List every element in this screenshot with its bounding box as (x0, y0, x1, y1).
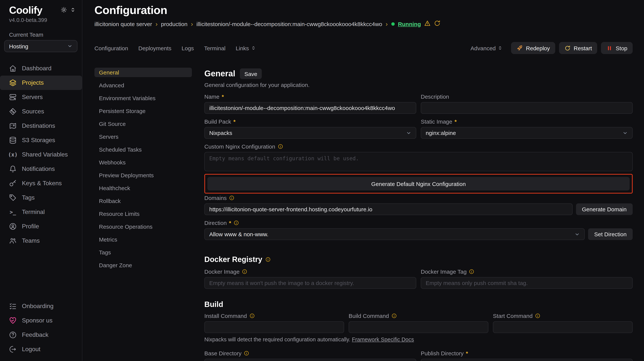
save-button[interactable]: Save (240, 68, 262, 79)
refresh-icon[interactable] (434, 20, 440, 28)
sidebar-item-notifications[interactable]: Notifications (0, 162, 82, 176)
subnav-git-source[interactable]: Git Source (94, 119, 192, 129)
build-pack-label: Build Pack (204, 118, 231, 125)
info-icon[interactable] (249, 313, 255, 319)
build-pack-select[interactable]: Nixpacks (204, 127, 416, 139)
static-image-select[interactable]: nginx:alpine (421, 127, 633, 139)
theme-toggle-sun-icon[interactable] (61, 7, 67, 14)
info-icon[interactable] (229, 195, 234, 201)
generate-domain-button[interactable]: Generate Domain (576, 203, 633, 215)
name-input[interactable] (204, 102, 416, 114)
tab-terminal[interactable]: Terminal (204, 45, 226, 51)
sidebar-item-terminal[interactable]: >_ Terminal (0, 205, 82, 219)
breadcrumb-separator-icon: › (156, 21, 158, 27)
status-running-link[interactable]: Running (398, 21, 421, 27)
sidebar-item-tags[interactable]: Tags (0, 191, 82, 205)
subnav-resource-limits[interactable]: Resource Limits (94, 209, 192, 218)
sidebar-item-dashboard[interactable]: Dashboard (0, 61, 82, 76)
restart-button[interactable]: Restart (559, 42, 597, 54)
warning-icon[interactable] (424, 20, 431, 28)
info-icon[interactable] (278, 144, 283, 149)
subnav-rollback[interactable]: Rollback (94, 196, 192, 206)
redeploy-button[interactable]: Redeploy (511, 42, 555, 54)
required-asterisk: * (222, 93, 224, 100)
heart-icon (9, 317, 16, 324)
subnav-scheduled-tasks[interactable]: Scheduled Tasks (94, 145, 192, 154)
tab-links[interactable]: Links (236, 45, 256, 51)
section-title-build: Build (204, 300, 633, 309)
subnav-tags[interactable]: Tags (94, 248, 192, 257)
sidebar-item-teams[interactable]: Teams (0, 234, 82, 248)
subnav-preview-deployments[interactable]: Preview Deployments (94, 170, 192, 180)
chevron-down-icon (67, 44, 72, 49)
build-command-label: Build Command (349, 313, 389, 319)
start-command-input[interactable] (493, 321, 633, 333)
tab-logs[interactable]: Logs (182, 45, 194, 51)
publish-directory-input[interactable] (421, 359, 633, 361)
bell-icon (9, 165, 16, 173)
set-direction-button[interactable]: Set Direction (588, 228, 633, 240)
generate-nginx-config-button[interactable]: Generate Default Nginx Configuration (207, 177, 630, 191)
sidebar-item-sponsor-us[interactable]: Sponsor us (0, 313, 82, 328)
subnav-resource-operations[interactable]: Resource Operations (94, 222, 192, 231)
subnav-metrics[interactable]: Metrics (94, 235, 192, 244)
sidebar-item-onboarding[interactable]: Onboarding (0, 299, 82, 313)
subnav-environment-variables[interactable]: Environment Variables (94, 93, 192, 103)
static-image-label: Static Image (421, 118, 452, 125)
team-select[interactable]: Hosting (4, 40, 78, 52)
docker-image-tag-label: Docker Image Tag (421, 268, 467, 275)
sidebar-item-servers[interactable]: Servers (0, 90, 82, 104)
direction-select[interactable]: Allow www & non-www. (204, 228, 585, 240)
info-icon[interactable] (469, 269, 474, 274)
subnav-advanced[interactable]: Advanced (94, 81, 192, 90)
chevron-down-icon (574, 231, 580, 237)
sidebar-item-shared-variables[interactable]: (x) Shared Variables (0, 147, 82, 162)
advanced-dropdown[interactable]: Advanced (470, 45, 503, 51)
framework-docs-link[interactable]: Framework Specific Docs (352, 336, 414, 342)
sidebar-item-profile[interactable]: Profile (0, 219, 82, 234)
terminal-icon: >_ (9, 208, 16, 216)
sidebar-item-s3-storages[interactable]: S3 Storages (0, 133, 82, 147)
stop-button[interactable]: Stop (601, 42, 633, 54)
info-icon[interactable] (234, 220, 239, 226)
key-icon (9, 180, 16, 187)
description-input[interactable] (421, 102, 633, 114)
build-command-input[interactable] (349, 321, 488, 333)
tab-deployments[interactable]: Deployments (138, 45, 171, 51)
info-icon[interactable] (391, 313, 397, 319)
info-icon[interactable] (535, 313, 540, 319)
sidebar-item-destinations[interactable]: Destinations (0, 119, 82, 133)
breadcrumb-resource[interactable]: illicitestonion/-module--decomposition:m… (196, 21, 382, 27)
name-label: Name (204, 93, 220, 100)
install-command-input[interactable] (204, 321, 344, 333)
page-title: Configuration (94, 4, 633, 17)
sidebar-item-feedback[interactable]: Feedback (0, 328, 82, 342)
info-icon[interactable] (244, 350, 250, 356)
sidebar-item-sources[interactable]: Sources (0, 104, 82, 119)
subnav-healthcheck[interactable]: Healthcheck (94, 183, 192, 193)
tab-configuration[interactable]: Configuration (94, 45, 128, 51)
custom-nginx-textarea[interactable] (204, 152, 633, 171)
question-circle-icon (9, 331, 16, 339)
chevron-down-icon (622, 130, 628, 136)
sidebar-item-logout[interactable]: Logout (0, 342, 82, 356)
subnav-general[interactable]: General (94, 68, 192, 77)
domains-input[interactable] (204, 203, 572, 215)
base-directory-input[interactable] (204, 359, 416, 361)
breadcrumb-separator-icon: › (386, 21, 388, 27)
info-icon[interactable] (242, 269, 248, 274)
sidebar-item-projects[interactable]: Projects (0, 76, 82, 90)
subnav-persistent-storage[interactable]: Persistent Storage (94, 106, 192, 116)
breadcrumb-environment[interactable]: production (161, 21, 188, 27)
subnav-servers[interactable]: Servers (94, 132, 192, 141)
info-icon[interactable] (265, 257, 271, 262)
base-directory-label: Base Directory (204, 350, 242, 356)
breadcrumb-project[interactable]: illicitonion quote server (94, 21, 152, 27)
instance-switcher-icon[interactable] (70, 7, 76, 14)
app-logo: Coolify (9, 5, 42, 16)
subnav-danger-zone[interactable]: Danger Zone (94, 260, 192, 270)
docker-image-input[interactable] (204, 277, 416, 289)
sidebar-item-keys-tokens[interactable]: Keys & Tokens (0, 176, 82, 191)
subnav-webhooks[interactable]: Webhooks (94, 158, 192, 167)
docker-image-tag-input[interactable] (421, 277, 633, 289)
